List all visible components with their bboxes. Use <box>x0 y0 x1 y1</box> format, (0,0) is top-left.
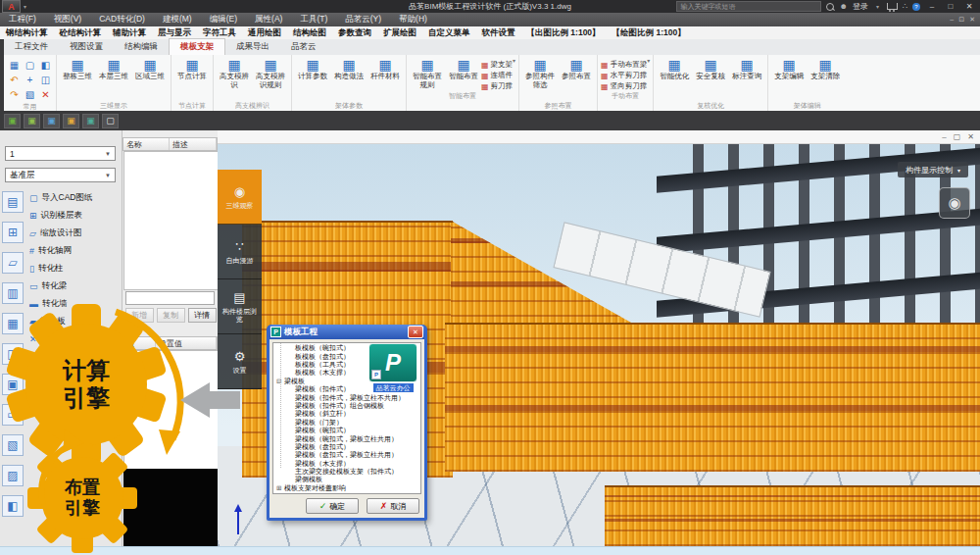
dialog-title-bar[interactable]: P 模板工程 ✕ <box>270 325 424 339</box>
sidebar-tool-icon[interactable]: ▨ <box>2 465 24 486</box>
sidebar-list-item[interactable]: #转化轴网 <box>29 242 120 260</box>
sidebar-tool-icon[interactable]: ▥ <box>2 282 24 304</box>
classic-menu-item[interactable]: 参数查询 <box>332 27 377 39</box>
ribbon-button[interactable]: ▦智能布置 <box>446 57 481 81</box>
view-tool-button[interactable]: ⚙设置 <box>218 334 262 389</box>
help-icon[interactable]: ? <box>912 3 920 11</box>
view-tool-button[interactable]: ▤构件楼层浏览 <box>218 279 262 334</box>
common-tool-icon[interactable]: ▦ <box>7 59 22 73</box>
menu-item[interactable]: 工程(F) <box>0 14 45 25</box>
common-tool-icon[interactable]: ▧ <box>23 88 37 102</box>
common-tool-icon[interactable]: ↷ <box>7 88 22 102</box>
ribbon-small-button[interactable]: ▦剪刀撑 <box>481 81 513 91</box>
tree-item[interactable]: 梁模板（木支撑） <box>273 459 420 467</box>
ribbon-tab[interactable]: 模板支架 <box>169 38 225 55</box>
doc-minimize-button[interactable]: – <box>950 16 954 24</box>
common-tool-icon[interactable]: + <box>23 74 37 87</box>
ribbon-button[interactable]: ▦节点计算 <box>174 57 210 81</box>
dialog-close-button[interactable]: ✕ <box>408 326 423 338</box>
tree-item[interactable]: 梁模板（碗扣式） <box>273 427 420 434</box>
login-dropdown-icon[interactable]: ▾ <box>876 3 879 10</box>
classic-menu-item[interactable]: 辅助计算 <box>107 27 152 39</box>
classic-menu-item[interactable]: 钢结构计算 <box>0 27 54 39</box>
ribbon-small-button[interactable]: ▦连墙件 <box>481 71 513 80</box>
classic-menu-item[interactable]: 字符工具 <box>197 27 242 39</box>
tree-item[interactable]: 梁模板（斜立杆） <box>273 410 420 418</box>
doc-win-minimize[interactable]: – <box>942 132 946 141</box>
ribbon-button[interactable]: ▦杆件材料 <box>368 57 403 81</box>
nav-cube[interactable]: ◉ <box>939 187 970 219</box>
ribbon-button[interactable]: ▦区域三维 <box>132 57 168 81</box>
tree-item[interactable]: 梁模板（碗扣式，梁板立柱共用） <box>273 434 420 442</box>
menu-item[interactable]: 品茗云(Y) <box>336 14 390 25</box>
ribbon-small-button[interactable]: ▦手动布置梁 <box>601 60 647 70</box>
ribbon-button[interactable]: ▦整栋三维 <box>60 57 95 81</box>
ribbon-button[interactable]: ▦高支模辨识 <box>217 57 252 89</box>
search-input[interactable] <box>676 1 821 12</box>
ribbon-tab[interactable]: 视图设置 <box>59 39 114 55</box>
column-header-desc[interactable]: 描述 <box>170 138 217 150</box>
ribbon-tab[interactable]: 品茗云 <box>280 39 327 55</box>
ribbon-small-button[interactable]: ▦水平剪刀撑 <box>601 71 647 80</box>
app-logo-icon[interactable]: A <box>2 0 21 13</box>
quick-tool-icon[interactable]: ▢ <box>102 114 119 128</box>
common-tool-icon[interactable]: ◧ <box>38 59 53 73</box>
menu-item[interactable]: CAD转化(D) <box>90 14 154 25</box>
user-icon[interactable]: ☻ <box>839 2 847 11</box>
pinming-cloud-shortcut[interactable]: P 品茗云办公 <box>367 343 419 392</box>
quick-tool-icon[interactable]: ▣ <box>4 114 21 128</box>
classic-menu-item[interactable]: 通用绘图 <box>242 27 287 39</box>
ok-button[interactable]: ✓确定 <box>306 498 359 514</box>
tree-item[interactable]: 梁模板（盘扣式，梁板立柱共用） <box>273 451 420 459</box>
doc-win-restore[interactable]: ▢ <box>954 132 961 141</box>
sidebar-tool-icon[interactable]: ▤ <box>2 191 24 213</box>
ribbon-tab[interactable]: 工程文件 <box>4 39 59 55</box>
cart-icon[interactable] <box>887 3 898 10</box>
smart-layout-dropdown-icon[interactable]: ▾ <box>513 57 515 91</box>
doc-close-button[interactable]: ✕ <box>969 16 975 24</box>
classic-menu-item[interactable]: 层与显示 <box>152 27 197 39</box>
sidebar-list-item[interactable]: ▯转化柱 <box>29 260 120 278</box>
ribbon-button[interactable]: ▦安全复核 <box>693 57 728 81</box>
ribbon-button[interactable]: ▦本层三维 <box>96 57 131 81</box>
view-tool-button[interactable]: ∵自由漫游 <box>218 225 262 279</box>
doc-win-close[interactable]: ✕ <box>967 132 974 141</box>
layer-dropdown[interactable]: 基准层▼ <box>5 168 116 182</box>
tree-item[interactable]: 梁模板（扣件式，梁板立柱不共用） <box>273 393 420 401</box>
ribbon-button[interactable]: ▦计算参数 <box>295 57 330 81</box>
doc-restore-button[interactable]: ⊡ <box>958 16 964 24</box>
tree-item[interactable]: ⊞模板支架对楼盖影响 <box>273 484 420 492</box>
minimize-button[interactable]: – <box>925 2 939 11</box>
view-tool-button[interactable]: ◉三维观察 <box>218 170 262 225</box>
ribbon-tab[interactable]: 结构编辑 <box>114 39 169 55</box>
menu-item[interactable]: 属性(A) <box>246 14 291 25</box>
menu-item[interactable]: 视图(V) <box>45 14 90 25</box>
common-tool-icon[interactable]: ↶ <box>7 74 22 87</box>
cancel-button[interactable]: ✗取消 <box>367 498 419 514</box>
menu-item[interactable]: 工具(T) <box>291 14 336 25</box>
close-button[interactable]: ✕ <box>962 2 976 11</box>
ribbon-button[interactable]: ▦参照构件筛选 <box>522 57 558 89</box>
tree-item[interactable]: 梁模板（扣件式）组合钢模板 <box>273 402 420 410</box>
ribbon-button[interactable]: ▦构造做法 <box>331 57 367 81</box>
ribbon-button[interactable]: ▦高支模辨识规则 <box>253 57 288 89</box>
ribbon-button[interactable]: ▦支架编辑 <box>771 57 807 81</box>
classic-menu-item[interactable]: 软件设置 <box>476 27 521 39</box>
tree-item[interactable]: 主次梁交接处模板支架（扣件式） <box>273 468 420 476</box>
ribbon-small-button[interactable]: ▦梁支架 <box>481 60 513 70</box>
tree-expand-icon[interactable]: ⊞ <box>276 484 284 492</box>
column-header-name[interactable]: 名称 <box>123 138 170 150</box>
sidebar-list-item[interactable]: ⊞识别楼层表 <box>29 207 120 225</box>
floor-dropdown[interactable]: 1▼ <box>5 146 116 161</box>
classic-menu-item[interactable]: 【出图比例 1:100】 <box>521 27 607 39</box>
sidebar-tool-icon[interactable]: ⊞ <box>2 222 24 243</box>
tree-item[interactable]: 梁侧模板 <box>273 476 420 483</box>
common-tool-icon[interactable]: ◫ <box>38 74 53 87</box>
ribbon-button[interactable]: ▦智能优化 <box>657 57 692 81</box>
quick-tool-icon[interactable]: ▣ <box>24 114 40 128</box>
common-tool-icon[interactable]: ▢ <box>23 59 37 73</box>
menu-item[interactable]: 建模(M) <box>154 14 201 25</box>
classic-menu-item[interactable]: 【绘图比例 1:100】 <box>607 27 692 39</box>
ribbon-tab[interactable]: 成果导出 <box>225 39 280 55</box>
logo-dropdown-icon[interactable]: ▾ <box>24 3 26 10</box>
